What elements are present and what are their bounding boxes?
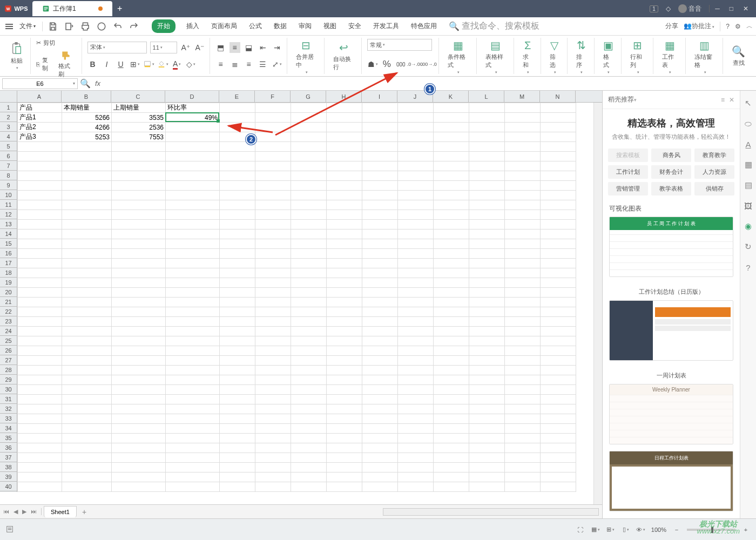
worksheet-button[interactable]: ▦工作表	[659, 39, 680, 75]
tab-review[interactable]: 审阅	[298, 19, 313, 33]
bold-button[interactable]: B	[87, 59, 98, 70]
row-header[interactable]: 27	[0, 355, 17, 365]
add-sheet-button[interactable]: +	[79, 508, 90, 516]
align-bottom-icon[interactable]: ⬓	[244, 42, 254, 53]
cat-education[interactable]: 教育教学	[694, 148, 734, 162]
row-header[interactable]: 16	[0, 248, 17, 258]
horizontal-scrollbar[interactable]	[383, 508, 599, 516]
row-header[interactable]: 19	[0, 278, 17, 287]
row-header[interactable]: 40	[0, 482, 17, 491]
template-card[interactable]: 日程工作计划表	[609, 451, 733, 511]
conditional-format-button[interactable]: ▦条件格式	[444, 39, 471, 75]
row-header[interactable]: 5	[0, 141, 17, 151]
row-header[interactable]: 9	[0, 180, 17, 190]
tab-insert[interactable]: 插入	[185, 19, 200, 33]
print-icon[interactable]	[80, 22, 90, 31]
font-name-combo[interactable]: 宋体	[87, 42, 147, 53]
row-header[interactable]: 18	[0, 268, 17, 278]
row-header[interactable]: 6	[0, 151, 17, 161]
indent-increase-icon[interactable]: ⇥	[272, 42, 282, 53]
style-tool-icon[interactable]: A	[744, 139, 753, 149]
col-header[interactable]: K	[433, 91, 469, 102]
tab-formula[interactable]: 公式	[248, 19, 263, 33]
maximize-button[interactable]: □	[730, 5, 733, 12]
italic-button[interactable]: I	[102, 59, 112, 70]
row-header[interactable]: 13	[0, 219, 17, 229]
menu-icon[interactable]	[3, 22, 15, 31]
find-button[interactable]: 🔍查找	[728, 39, 748, 73]
tab-dev[interactable]: 开发工具	[372, 19, 400, 33]
vertical-scrollbar[interactable]	[593, 103, 602, 504]
fx-icon[interactable]: fx	[91, 79, 105, 87]
merge-center-button[interactable]: ⊟合并居中	[293, 39, 320, 75]
row-header[interactable]: 21	[0, 297, 17, 307]
row-headers[interactable]: 1234567891011121314151617181920212223242…	[0, 103, 17, 492]
col-header[interactable]: C	[111, 91, 165, 102]
row-header[interactable]: 1	[0, 103, 17, 112]
rows-cols-button[interactable]: ⊞行和列	[627, 39, 649, 75]
align-right-icon[interactable]: ≡	[244, 59, 254, 70]
view-normal-icon[interactable]: ▦	[591, 525, 600, 535]
template-tool-icon[interactable]: ◉	[744, 221, 753, 231]
reading-mode-icon[interactable]: ▯	[621, 525, 631, 535]
history-tool-icon[interactable]: ↻	[744, 242, 753, 252]
col-header[interactable]: G	[291, 91, 326, 102]
redo-icon[interactable]	[129, 22, 139, 31]
cut-button[interactable]: ✂ 剪切	[36, 39, 77, 47]
row-header[interactable]: 33	[0, 414, 17, 423]
row-header[interactable]: 38	[0, 462, 17, 472]
help-button[interactable]: ?	[726, 23, 730, 30]
cell-fill-icon[interactable]	[144, 59, 154, 70]
cat-supply[interactable]: 供销存	[694, 182, 734, 195]
filter-button[interactable]: ▽筛选	[546, 39, 563, 75]
sheet-nav-first[interactable]: ⏮	[3, 508, 9, 515]
row-header[interactable]: 34	[0, 423, 17, 433]
select-tool-icon[interactable]: ↖	[744, 98, 753, 108]
annotate-button[interactable]: 👥协批注	[684, 22, 714, 31]
minimize-button[interactable]: ─	[715, 5, 720, 12]
row-header[interactable]: 15	[0, 239, 17, 248]
cat-workplan[interactable]: 工作计划	[608, 165, 648, 179]
col-header[interactable]: F	[255, 91, 291, 102]
col-header[interactable]: H	[326, 91, 362, 102]
name-box[interactable]: E6	[2, 78, 78, 89]
col-header[interactable]: L	[469, 91, 504, 102]
row-header[interactable]: 12	[0, 210, 17, 219]
sheet-nav-prev[interactable]: ◀	[14, 508, 18, 515]
print-preview-icon[interactable]	[64, 22, 74, 31]
column-headers[interactable]: ABCDEFGHIJKLMN	[0, 91, 602, 103]
row-header[interactable]: 8	[0, 171, 17, 180]
number-format-combo[interactable]: 常规	[367, 39, 432, 51]
template-card[interactable]: Weekly Planner	[609, 384, 733, 444]
link-tool-icon[interactable]: ⬭	[744, 119, 753, 129]
eye-icon[interactable]: 👁	[636, 525, 646, 535]
row-header[interactable]: 22	[0, 307, 17, 316]
row-header[interactable]: 30	[0, 384, 17, 394]
row-header[interactable]: 14	[0, 229, 17, 239]
align-middle-icon[interactable]: ≡	[230, 42, 240, 53]
fullscreen-icon[interactable]: ⛶	[576, 525, 585, 535]
export-icon[interactable]	[97, 22, 106, 31]
col-header[interactable]: A	[17, 91, 62, 102]
border-button[interactable]: ⊞	[130, 59, 140, 70]
tab-layout[interactable]: 页面布局	[210, 19, 238, 33]
sort-button[interactable]: ⇅排序	[573, 39, 590, 75]
app-logo[interactable]: W WPS	[0, 5, 32, 12]
table-style-button[interactable]: ▤表格样式	[482, 39, 509, 75]
new-tab-button[interactable]: +	[112, 1, 127, 16]
col-header[interactable]: N	[540, 91, 576, 102]
row-header[interactable]: 20	[0, 287, 17, 297]
decrease-font-icon[interactable]: A⁻	[194, 42, 205, 53]
row-header[interactable]: 39	[0, 472, 17, 482]
comma-icon[interactable]: 000	[395, 59, 406, 70]
row-header[interactable]: 2	[0, 112, 17, 122]
row-header[interactable]: 26	[0, 346, 17, 355]
row-header[interactable]: 35	[0, 433, 17, 443]
template-search[interactable]: 搜索模板	[608, 148, 648, 162]
fill-color-button[interactable]	[158, 59, 168, 70]
copy-button[interactable]: ⎘ 复制	[36, 56, 52, 72]
currency-icon[interactable]: ☗	[367, 59, 378, 70]
col-header[interactable]: B	[62, 91, 111, 102]
grid[interactable]: ABCDEFGHIJKLMN 1234567891011121314151617…	[0, 91, 602, 504]
row-header[interactable]: 28	[0, 365, 17, 375]
